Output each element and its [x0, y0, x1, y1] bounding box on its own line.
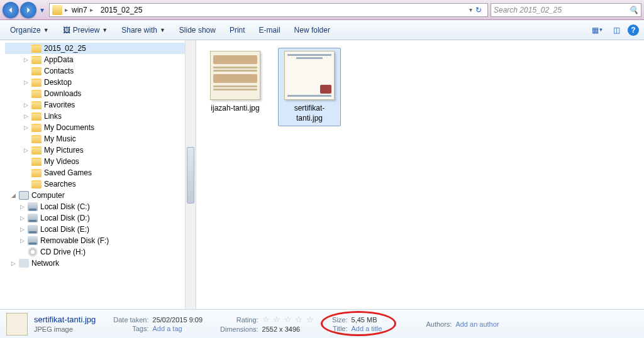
expand-icon[interactable]: ▷: [19, 215, 25, 221]
navigation-tree[interactable]: 2015_02_25 ▷AppData Contacts ▷Desktop Do…: [0, 40, 196, 309]
breadcrumb[interactable]: ▸ win7▸ 2015_02_25 ▾ ↻: [49, 3, 488, 17]
tree-node[interactable]: ▷AppData: [5, 54, 196, 65]
slideshow-button[interactable]: Slide show: [174, 23, 221, 37]
preview-pane-button[interactable]: ◫: [609, 23, 624, 38]
dimensions-label: Dimensions:: [220, 325, 258, 333]
expand-icon[interactable]: ▷: [23, 124, 29, 131]
forward-button[interactable]: [20, 2, 36, 18]
file-name: sertifikat-tanti.jpg: [281, 104, 338, 123]
tree-node[interactable]: My Music: [5, 133, 196, 144]
breadcrumb-seg-win7[interactable]: win7▸: [68, 6, 97, 14]
details-thumbnail: [6, 313, 28, 335]
new-folder-button[interactable]: New folder: [289, 23, 335, 37]
folder-icon: [31, 56, 42, 64]
tree-node[interactable]: ▷Links: [5, 111, 196, 122]
preview-icon: 🖼: [63, 26, 70, 35]
file-thumbnail: [284, 51, 335, 100]
file-item[interactable]: ijazah-tanti.jpg: [204, 48, 267, 117]
expand-icon[interactable]: ▷: [19, 226, 25, 232]
details-pane: sertifikat-tanti.jpg JPEG image Date tak…: [0, 309, 644, 338]
tree-node-drive[interactable]: ▷Local Disk (D:): [5, 212, 196, 224]
folder-icon: [31, 146, 42, 155]
drive-icon: [28, 214, 38, 222]
tree-node[interactable]: ▷Favorites: [5, 99, 196, 111]
collapse-icon[interactable]: ◢: [10, 192, 16, 199]
tree-node[interactable]: My Videos: [5, 156, 196, 167]
command-bar: Organize▼ 🖼Preview▼ Share with▼ Slide sh…: [0, 20, 644, 40]
tree-node[interactable]: ▷My Documents: [5, 122, 196, 133]
search-input[interactable]: Search 2015_02_25 🔍: [491, 3, 641, 17]
breadcrumb-seg-folder[interactable]: 2015_02_25: [97, 6, 147, 14]
chevron-right-icon: ▸: [90, 6, 93, 13]
folder-icon: [31, 90, 42, 98]
tree-node-drive[interactable]: ▷Local Disk (C:): [5, 201, 196, 212]
address-bar: ▾ ▸ win7▸ 2015_02_25 ▾ ↻ Search 2015_02_…: [0, 0, 644, 20]
dimensions-value: 2552 x 3496: [262, 325, 314, 333]
tree-node[interactable]: ▷Desktop: [5, 77, 196, 88]
folder-icon: [31, 112, 42, 121]
help-button[interactable]: ?: [628, 25, 639, 36]
drive-icon: [28, 225, 38, 234]
file-list[interactable]: ijazah-tanti.jpg sertifikat-tanti.jpg: [196, 40, 644, 309]
tree-node-computer[interactable]: ◢Computer: [5, 190, 196, 201]
expand-icon[interactable]: ▷: [10, 260, 16, 266]
folder-icon: [31, 180, 42, 188]
email-button[interactable]: E-mail: [254, 23, 286, 37]
folder-icon: [31, 135, 42, 143]
tree-node-current[interactable]: 2015_02_25: [5, 43, 196, 54]
expand-icon[interactable]: ▷: [23, 102, 29, 108]
expand-icon[interactable]: ▷: [23, 57, 29, 63]
refresh-button[interactable]: ↻: [472, 6, 485, 14]
file-item-selected[interactable]: sertifikat-tanti.jpg: [278, 48, 341, 126]
organize-menu[interactable]: Organize▼: [5, 23, 54, 37]
annotation-ellipse: [321, 311, 396, 336]
folder-icon: [31, 158, 42, 166]
tree-node-drive[interactable]: ▷Local Disk (E:): [5, 224, 196, 235]
scrollbar-thumb[interactable]: [187, 147, 194, 204]
date-taken-value[interactable]: 25/02/2015 9:09: [153, 316, 203, 324]
authors-label: Authors:: [426, 320, 452, 328]
tree-node[interactable]: Saved Games: [5, 167, 196, 178]
breadcrumb-label: win7: [72, 6, 87, 14]
chevron-down-icon: ▼: [43, 27, 49, 33]
tree-scrollbar[interactable]: [185, 40, 196, 309]
tree-node[interactable]: Downloads: [5, 88, 196, 99]
tree-node-drive[interactable]: CD Drive (H:): [5, 246, 196, 258]
tree-node[interactable]: ▷My Pictures: [5, 144, 196, 156]
preview-menu[interactable]: 🖼Preview▼: [58, 23, 113, 37]
view-options-button[interactable]: ▦ ▼: [590, 23, 605, 38]
folder-icon: [31, 124, 42, 132]
chevron-down-icon: ▼: [160, 27, 165, 33]
file-thumbnail: [210, 51, 260, 100]
history-dropdown[interactable]: ▾: [38, 2, 47, 18]
expand-icon[interactable]: ▷: [23, 113, 29, 119]
rating-label: Rating:: [220, 316, 258, 324]
expand-icon[interactable]: ▷: [19, 237, 25, 244]
tree-node[interactable]: Searches: [5, 178, 196, 190]
folder-icon: [31, 67, 42, 75]
details-filetype: JPEG image: [34, 325, 96, 333]
tags-label: Tags:: [113, 325, 148, 332]
folder-icon: [31, 101, 42, 109]
title-value[interactable]: Add a title: [352, 325, 382, 332]
expand-icon[interactable]: ▷: [19, 204, 25, 210]
title-label: Title:: [332, 325, 347, 332]
tree-node-drive[interactable]: ▷Removable Disk (F:): [5, 235, 196, 246]
drive-icon: [28, 236, 38, 245]
tree-node[interactable]: Contacts: [5, 65, 196, 77]
print-button[interactable]: Print: [225, 23, 250, 37]
expand-icon[interactable]: ▷: [23, 79, 29, 85]
file-name: ijazah-tanti.jpg: [207, 104, 264, 114]
size-value: 5,45 MB: [352, 316, 382, 324]
authors-value[interactable]: Add an author: [455, 320, 499, 328]
chevron-down-icon: ▼: [102, 27, 108, 33]
tree-node-network[interactable]: ▷Network: [5, 258, 196, 269]
expand-icon[interactable]: ▷: [23, 147, 29, 153]
main-area: 2015_02_25 ▷AppData Contacts ▷Desktop Do…: [0, 40, 644, 309]
photo-icon: [320, 85, 331, 94]
tags-value[interactable]: Add a tag: [153, 325, 203, 332]
share-menu[interactable]: Share with▼: [116, 23, 170, 37]
back-button[interactable]: [3, 2, 19, 18]
rating-stars[interactable]: ☆ ☆ ☆ ☆ ☆: [262, 315, 314, 324]
cd-drive-icon: [28, 247, 38, 257]
